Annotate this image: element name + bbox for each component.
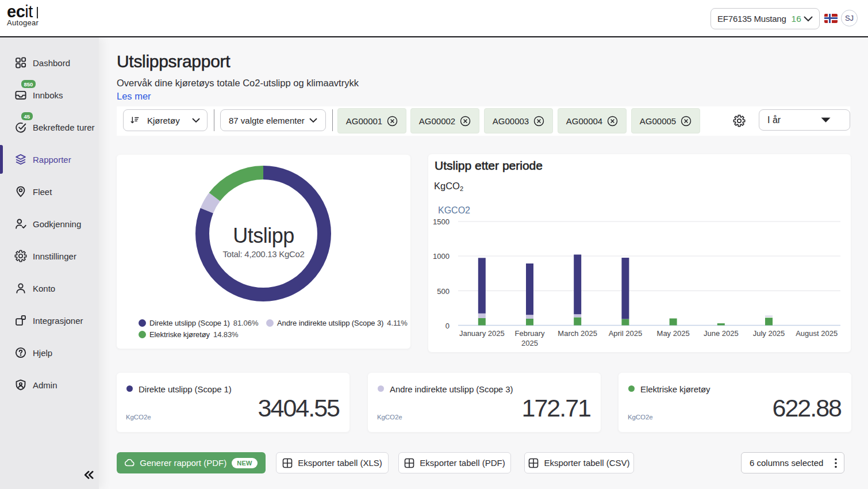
svg-text:August 2025: August 2025 bbox=[796, 329, 838, 338]
svg-text:February: February bbox=[514, 329, 545, 338]
svg-text:KgCO2: KgCO2 bbox=[434, 181, 463, 192]
svg-text:0: 0 bbox=[445, 322, 450, 330]
svg-text:1000: 1000 bbox=[433, 252, 450, 261]
svg-text:April 2025: April 2025 bbox=[609, 329, 643, 338]
svg-text:July 2025: July 2025 bbox=[753, 329, 785, 338]
svg-text:500: 500 bbox=[437, 287, 450, 296]
svg-text:2025: 2025 bbox=[521, 339, 538, 347]
svg-text:June 2025: June 2025 bbox=[704, 329, 739, 338]
svg-text:May 2025: May 2025 bbox=[657, 329, 690, 338]
svg-text:Utslipp etter periode: Utslipp etter periode bbox=[435, 159, 543, 172]
svg-text:March 2025: March 2025 bbox=[558, 329, 597, 338]
svg-text:KGCO2: KGCO2 bbox=[438, 205, 470, 215]
svg-text:January 2025: January 2025 bbox=[459, 329, 505, 338]
svg-text:1500: 1500 bbox=[433, 217, 450, 226]
